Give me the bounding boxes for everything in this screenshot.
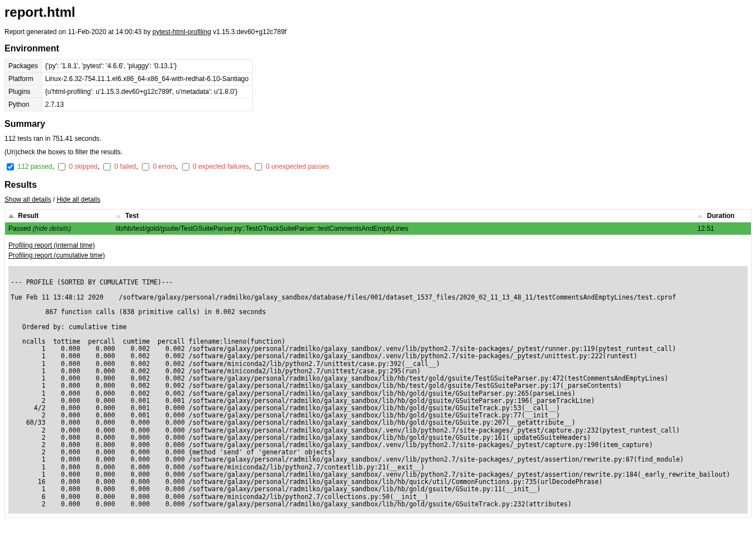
generator-version: v1.15.3.dev60+g12c789f	[211, 28, 287, 36]
hide-details-link[interactable]: (hide details)	[32, 225, 71, 232]
env-val: 2.7.13	[41, 98, 252, 111]
page-title: report.html	[4, 4, 752, 20]
filter-bar: 112 passed, 0 skipped, 0 failed, 0 error…	[4, 162, 752, 172]
env-row: Packages {'py': '1.8.1', 'pytest': '4.6.…	[5, 60, 253, 73]
env-key: Platform	[5, 73, 42, 86]
profiling-links: Profiling report (internal time) Profili…	[5, 235, 751, 266]
result-row: Passed (hide details) lib/hb/test/gold/g…	[5, 222, 752, 235]
separator: /	[51, 196, 56, 203]
sort-inactive-icon	[697, 214, 703, 218]
filter-xfail-label: 0 expected failures	[193, 163, 249, 170]
env-val: {'py': '1.8.1', 'pytest': '4.6.6', 'plug…	[41, 60, 252, 73]
filter-skipped-label: 0 skipped	[69, 163, 97, 170]
test-cell: lib/hb/test/gold/gsuite/TestGSuiteParser…	[112, 222, 694, 235]
filter-failed-checkbox[interactable]	[103, 163, 111, 170]
summary-line: 112 tests ran in 751.41 seconds.	[4, 135, 752, 143]
generated-prefix: Report generated on 11-Feb-2020 at 14:00…	[4, 28, 153, 36]
env-val: Linux-2.6.32-754.11.1.el6.x86_64-x86_64-…	[41, 73, 252, 86]
results-heading: Results	[4, 180, 752, 190]
show-all-details-link[interactable]: Show all details	[4, 196, 51, 203]
col-header-test-label: Test	[125, 212, 139, 220]
env-row: Platform Linux-2.6.32-754.11.1.el6.x86_6…	[5, 73, 253, 86]
filter-skipped-checkbox[interactable]	[58, 163, 65, 170]
summary-instruction: (Un)check the boxes to filter the result…	[4, 148, 752, 156]
hide-all-details-link[interactable]: Hide all details	[56, 196, 100, 203]
filter-xpass-label: 0 unexpected passes	[266, 163, 329, 170]
profile-output: --- PROFILE (SORTED BY CUMULATIVE TIME)-…	[8, 266, 748, 514]
filter-xpass-checkbox[interactable]	[255, 163, 262, 170]
filter-xfail-checkbox[interactable]	[182, 163, 189, 170]
duration-cell: 12.51	[694, 222, 752, 235]
profiling-internal-link[interactable]: Profiling report (internal time)	[8, 241, 95, 249]
env-row: Python 2.7.13	[5, 98, 253, 111]
col-header-duration-label: Duration	[707, 212, 734, 220]
col-header-duration[interactable]: Duration	[694, 210, 752, 222]
results-table: Result Test Duration Passed (hide detail…	[4, 209, 752, 517]
generator-link[interactable]: pytest-html-profiling	[153, 28, 211, 36]
env-key: Plugins	[5, 86, 42, 98]
result-cell: Passed (hide details)	[5, 222, 113, 235]
col-header-result-label: Result	[18, 212, 39, 220]
filter-failed-label: 0 failed	[115, 163, 136, 170]
env-key: Packages	[5, 60, 42, 73]
profiling-cumulative-link[interactable]: Profiling report (cumulative time)	[8, 251, 105, 259]
env-row: Plugins {u'html-profiling': u'1.15.3.dev…	[5, 86, 253, 98]
filter-errors-label: 0 errors	[153, 163, 176, 170]
generated-line: Report generated on 11-Feb-2020 at 14:00…	[4, 28, 752, 36]
col-header-result[interactable]: Result	[5, 210, 113, 222]
environment-table: Packages {'py': '1.8.1', 'pytest': '4.6.…	[4, 59, 253, 111]
env-key: Python	[5, 98, 42, 111]
sort-inactive-icon	[116, 214, 121, 218]
result-status: Passed	[8, 225, 31, 232]
filter-errors-checkbox[interactable]	[142, 163, 149, 170]
environment-heading: Environment	[4, 44, 752, 54]
filter-passed-label: 112 passed	[17, 163, 52, 170]
summary-heading: Summary	[4, 119, 752, 129]
detail-links: Show all details / Hide all details	[4, 196, 752, 203]
col-header-test[interactable]: Test	[112, 210, 694, 222]
filter-passed-checkbox[interactable]	[7, 163, 14, 170]
env-val: {u'html-profiling': u'1.15.3.dev60+g12c7…	[41, 86, 252, 98]
sort-asc-icon	[8, 214, 14, 218]
details-row: Profiling report (internal time) Profili…	[5, 235, 752, 517]
